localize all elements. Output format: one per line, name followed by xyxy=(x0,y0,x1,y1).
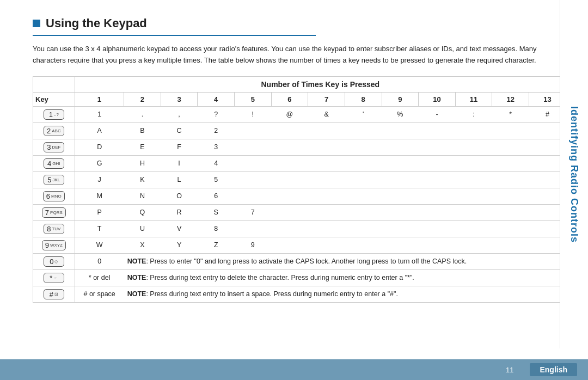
key-cell: 1..? xyxy=(33,106,75,122)
col-header-13: 13 xyxy=(529,92,560,106)
col-header-12: 12 xyxy=(492,92,529,106)
col-header-1: 1 xyxy=(75,92,124,106)
table-row: 0◇0NOTE: Press to enter "0" and long pre… xyxy=(33,253,560,269)
table-row: 7PQRSPQRS7 xyxy=(33,204,560,220)
page-container: Using the Keypad You can use the 3 x 4 a… xyxy=(0,0,588,380)
keypad-table: Number of Times Key is Pressed Key 1 2 3… xyxy=(33,76,560,303)
col-header-8: 8 xyxy=(345,92,382,106)
table-group-header: Number of Times Key is Pressed xyxy=(75,76,560,92)
key-cell: 6MNO xyxy=(33,188,75,204)
title-icon xyxy=(33,20,40,27)
col-header-4: 4 xyxy=(198,92,235,106)
col-header-key: Key xyxy=(33,92,75,106)
table-row: 8TUVTUV8 xyxy=(33,220,560,237)
table-row: 3DEFDEF3 xyxy=(33,139,560,155)
table-row: 6MNOMNO6 xyxy=(33,188,560,204)
table-row: #⊡# or spaceNOTE: Press during text entr… xyxy=(33,286,560,302)
col-header-6: 6 xyxy=(271,92,308,106)
col-header-10: 10 xyxy=(419,92,456,106)
col-header-3: 3 xyxy=(161,92,198,106)
key-cell: 2ABC xyxy=(33,122,75,139)
col-header-7: 7 xyxy=(308,92,345,106)
main-content: Using the Keypad You can use the 3 x 4 a… xyxy=(0,0,560,359)
key-cell: 9WXYZ xyxy=(33,237,75,253)
section-title: Using the Keypad xyxy=(33,16,316,36)
table-row: *←* or delNOTE: Press during text entry … xyxy=(33,269,560,286)
key-cell: 7PQRS xyxy=(33,204,75,220)
table-row: 1..?1.,?!@&'%-:*# xyxy=(33,106,560,122)
sidebar-label: Identifying Radio Controls xyxy=(560,0,588,348)
table-row: 2ABCABC2 xyxy=(33,122,560,139)
key-cell: *← xyxy=(33,269,75,286)
page-number: 11 xyxy=(506,366,513,374)
table-row: 9WXYZWXYZ9 xyxy=(33,237,560,253)
table-row: 5JKLJKL5 xyxy=(33,171,560,188)
bottom-bar: 11 English xyxy=(0,359,588,380)
sidebar-text: Identifying Radio Controls xyxy=(568,106,580,243)
col-header-5: 5 xyxy=(235,92,272,106)
key-cell: 3DEF xyxy=(33,139,75,155)
key-cell: #⊡ xyxy=(33,286,75,302)
key-cell: 5JKL xyxy=(33,171,75,188)
key-cell: 0◇ xyxy=(33,253,75,269)
language-label: English xyxy=(530,363,577,376)
page-title: Using the Keypad xyxy=(46,16,147,30)
intro-text: You can use the 3 x 4 alphanumeric keypa… xyxy=(33,44,538,66)
key-cell: 8TUV xyxy=(33,220,75,237)
key-cell: 4GHI xyxy=(33,155,75,171)
col-header-2: 2 xyxy=(124,92,161,106)
col-header-11: 11 xyxy=(455,92,492,106)
table-row: 4GHIGHI4 xyxy=(33,155,560,171)
col-header-9: 9 xyxy=(382,92,419,106)
